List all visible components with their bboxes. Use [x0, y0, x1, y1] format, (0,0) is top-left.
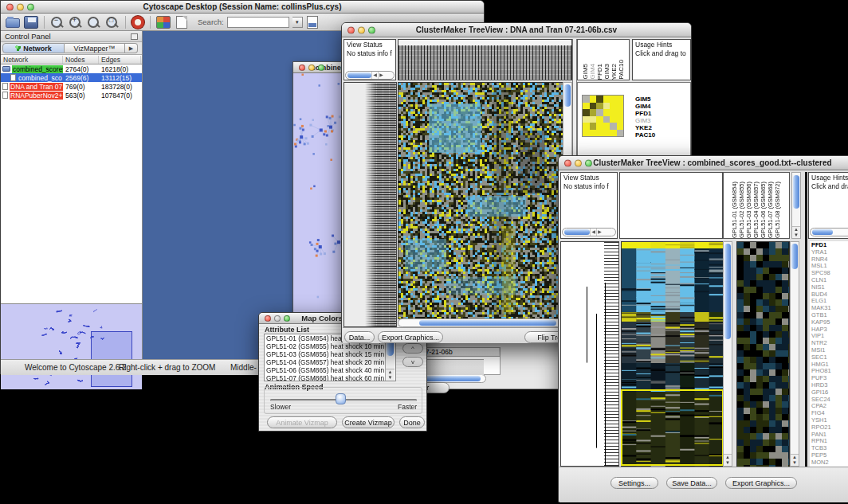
- matrix-cell[interactable]: [617, 123, 624, 130]
- matrix-cell[interactable]: [590, 96, 597, 103]
- row-dendrogram[interactable]: [560, 241, 619, 467]
- usage-hints-scrollbar[interactable]: [810, 228, 848, 236]
- attribute-list-item[interactable]: GPL51-07 (GSM868) heat shock 60 min: [265, 374, 395, 381]
- heatmap-global-view[interactable]: [621, 241, 724, 468]
- treeview2-title-bar[interactable]: ClusterMaker TreeView : combined_scores_…: [559, 156, 848, 170]
- move-up-button[interactable]: ^: [402, 343, 423, 354]
- attribute-list-item[interactable]: GPL51-03 (GSM856) heat shock 15 min: [265, 350, 395, 358]
- matrix-cell[interactable]: [603, 96, 610, 103]
- matrix-cell[interactable]: [610, 130, 617, 137]
- create-vizmap-button[interactable]: Create Vizmap: [342, 416, 395, 428]
- matrix-cell[interactable]: [610, 109, 617, 116]
- zoom-in-icon[interactable]: +: [69, 16, 83, 29]
- heatmap-zoom-view[interactable]: [736, 241, 790, 468]
- network-list-row[interactable]: DNA and Tran 07769(0)183728(0): [1, 82, 142, 91]
- minimize-button[interactable]: [308, 64, 315, 71]
- matrix-cell[interactable]: [617, 103, 624, 110]
- search-input[interactable]: [227, 17, 289, 28]
- view-status-scrollbar[interactable]: ◀▶: [562, 228, 616, 236]
- similarity-matrix[interactable]: [582, 95, 624, 137]
- scroll-up-icon[interactable]: ▲: [725, 455, 730, 459]
- attribute-list-item[interactable]: GPL51-02 (GSM855) heat shock 10 min: [265, 342, 395, 350]
- scroll-up-icon[interactable]: ▲: [794, 227, 799, 232]
- main-title-bar[interactable]: Cytoscape Desktop (Session Name: collins…: [1, 1, 484, 14]
- heatmap-hscrollbar[interactable]: [398, 318, 562, 327]
- help-lifering-icon[interactable]: [132, 16, 144, 29]
- column-dendrogram[interactable]: [398, 39, 572, 80]
- zoom-vscrollbar[interactable]: ▲▼: [790, 241, 799, 467]
- matrix-cell[interactable]: [583, 103, 590, 110]
- matrix-cell[interactable]: [603, 109, 610, 116]
- scroll-right-icon[interactable]: ▶: [596, 229, 603, 236]
- zoom-selected-icon[interactable]: [87, 16, 101, 29]
- scroll-up-icon[interactable]: ▲: [792, 455, 797, 459]
- animate-vizmap-button[interactable]: Animate Vizmap: [267, 416, 337, 428]
- matrix-cell[interactable]: [583, 96, 590, 103]
- matrix-cell[interactable]: [617, 109, 624, 116]
- heatmap-global-view[interactable]: [398, 82, 563, 319]
- matrix-cell[interactable]: [596, 116, 603, 123]
- scroll-left-icon[interactable]: ◀: [371, 72, 378, 79]
- annotation-icon[interactable]: [176, 16, 187, 29]
- close-button[interactable]: [6, 3, 14, 10]
- matrix-cell[interactable]: [596, 96, 603, 103]
- row-dendrogram[interactable]: [344, 82, 397, 327]
- network-list-row[interactable]: combined_sco2569(6)13112(15): [1, 73, 142, 82]
- import-table-icon[interactable]: [307, 16, 318, 29]
- matrix-cell[interactable]: [603, 130, 610, 137]
- matrix-cell[interactable]: [596, 130, 603, 137]
- scroll-down-icon[interactable]: ▼: [388, 375, 393, 380]
- close-button[interactable]: [347, 26, 355, 33]
- scroll-right-icon[interactable]: ▶: [378, 72, 384, 79]
- zoom-button[interactable]: [368, 26, 375, 33]
- matrix-cell[interactable]: [596, 109, 603, 116]
- vizmap-icon[interactable]: [156, 16, 171, 29]
- zoom-fit-icon[interactable]: □: [105, 16, 120, 29]
- matrix-cell[interactable]: [583, 109, 590, 116]
- matrix-cell[interactable]: [590, 123, 597, 130]
- zoom-button[interactable]: [585, 159, 592, 166]
- matrix-cell[interactable]: [603, 116, 610, 123]
- matrix-cell[interactable]: [590, 116, 597, 123]
- matrix-cell[interactable]: [596, 123, 603, 130]
- view-status-scrollbar[interactable]: ◀▶: [345, 71, 395, 80]
- labels-vscrollbar[interactable]: ▲▼: [791, 172, 801, 239]
- matrix-cell[interactable]: [617, 130, 624, 137]
- scroll-down-icon[interactable]: ▼: [725, 460, 730, 465]
- speed-slider-thumb[interactable]: [336, 393, 346, 404]
- matrix-cell[interactable]: [590, 103, 597, 110]
- search-dropdown-arrow-icon[interactable]: ▼: [292, 17, 303, 28]
- matrix-cell[interactable]: [603, 123, 610, 130]
- zoom-button[interactable]: [284, 315, 290, 322]
- matrix-cell[interactable]: [583, 116, 590, 123]
- settings-button[interactable]: Settings...: [610, 477, 658, 489]
- export-graphics-button[interactable]: Export Graphics...: [378, 331, 443, 343]
- export-graphics-button[interactable]: Export Graphics...: [725, 477, 797, 489]
- save-icon[interactable]: [24, 16, 38, 29]
- network-list-row[interactable]: RNAPuberNov2+563(0)107847(0): [1, 91, 142, 100]
- matrix-cell[interactable]: [610, 123, 617, 130]
- tab-network[interactable]: Network: [2, 43, 65, 53]
- minimize-button[interactable]: [575, 159, 582, 166]
- close-button[interactable]: [564, 159, 571, 166]
- move-down-button[interactable]: v: [402, 357, 423, 367]
- minimize-button[interactable]: [274, 315, 281, 322]
- heatmap-vscrollbar[interactable]: ▲▼: [723, 241, 732, 467]
- scroll-down-icon[interactable]: ▼: [794, 232, 799, 237]
- matrix-cell[interactable]: [596, 103, 603, 110]
- matrix-cell[interactable]: [583, 130, 590, 137]
- tab-overflow-arrow-icon[interactable]: ▶: [125, 43, 138, 53]
- data-button[interactable]: Data...: [344, 331, 375, 343]
- save-data-button[interactable]: Save Data...: [666, 477, 717, 489]
- scroll-up-icon[interactable]: ▲: [388, 369, 393, 374]
- minimize-button[interactable]: [358, 26, 365, 33]
- matrix-cell[interactable]: [590, 130, 597, 137]
- minimize-button[interactable]: [17, 3, 24, 10]
- network-list-row[interactable]: combined_scores2764(0)16218(0): [1, 64, 142, 73]
- matrix-cell[interactable]: [610, 103, 617, 110]
- matrix-cell[interactable]: [617, 116, 624, 123]
- done-button[interactable]: Done: [399, 416, 425, 428]
- attribute-list-item[interactable]: GPL51-04 (GSM857) heat shock 20 min: [265, 358, 395, 366]
- matrix-cell[interactable]: [610, 96, 617, 103]
- pane-divider[interactable]: [805, 172, 807, 467]
